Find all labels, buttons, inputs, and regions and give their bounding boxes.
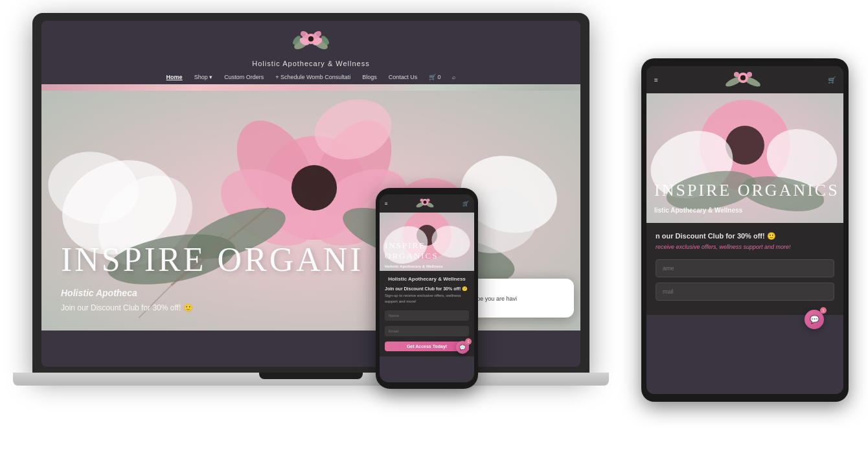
site-name: Holistic Apothecary & Wellness [41,60,580,67]
laptop-notch [259,373,363,379]
phone-discount-sub: Sign-up to receive exclusive offers, wel… [385,293,469,304]
site-header: Holistic Apothecary & Wellness [41,21,580,70]
nav-schedule[interactable]: + Schedule Womb Consultati [275,74,350,80]
phone-hero: INSPIRE ORGANICS Holistic Apothecary & W… [380,213,474,271]
tablet-name-input[interactable] [656,259,834,277]
tablet-discount-sub: receive exclusive offers, wellness suppo… [656,243,834,251]
tablet-device: ≡ 🛒 [641,58,849,402]
site-logo [291,26,330,58]
tablet-discount-title: n our Discount Club for 30% off! 🙂 [656,232,834,240]
tablet-content: n our Discount Club for 30% off! 🙂 recei… [646,223,843,315]
svg-point-16 [262,136,366,240]
tablet-screen: ≡ 🛒 [646,66,843,394]
tablet-hamburger-icon[interactable]: ≡ [654,76,658,84]
phone-hero-text: INSPIRE ORGANICS [385,240,474,261]
tablet-hero-text: INSPIRE ORGANICS [654,181,839,200]
main-scene: Holistic Apothecary & Wellness Home Shop… [0,0,868,464]
tablet-email-input[interactable] [656,283,834,301]
svg-point-30 [308,91,398,168]
phone-hamburger-icon[interactable]: ≡ [385,201,388,207]
tablet-nav: ≡ 🛒 [646,66,843,93]
tablet-hero-sub: listic Apothecary & Wellness [654,207,742,214]
tablet-logo [724,70,762,89]
phone-email-input[interactable] [385,326,469,336]
phone-shell: ≡ 🛒 [376,188,478,389]
nav-search-icon[interactable]: ⌕ [452,74,455,80]
laptop-body: Holistic Apothecary & Wellness Home Shop… [32,13,589,376]
svg-point-17 [221,107,329,229]
svg-point-11 [316,31,321,36]
nav-custom-orders[interactable]: Custom Orders [224,74,264,80]
laptop-screen-bezel: Holistic Apothecary & Wellness Home Shop… [41,21,580,367]
tablet-shell: ≡ 🛒 [641,58,849,402]
phone-logo [415,197,435,210]
svg-point-53 [747,72,752,77]
svg-point-40 [424,201,427,204]
hero-subtext: Holistic Apotheca [61,288,137,298]
phone-shop-name: Holistic Apothecary & Wellness [385,276,469,283]
svg-point-42 [427,199,430,202]
phone-nav: ≡ 🛒 [380,194,474,213]
tablet-chat-badge: 1 [820,307,827,314]
svg-point-21 [291,165,337,211]
nav-contact[interactable]: Contact Us [389,74,418,80]
svg-point-52 [734,72,739,77]
hero-discount-text: Join our Discount Club for 30% off! 🙂 [61,303,193,312]
nav-blogs[interactable]: Blogs [362,74,377,80]
phone-device: ≡ 🛒 [376,188,478,389]
svg-point-41 [420,199,424,202]
svg-point-10 [301,31,306,36]
nav-shop[interactable]: Shop ▾ [194,74,213,80]
phone-discount-title: Join our Discount Club for 30% off! 🙂 [385,286,469,292]
nav-cart[interactable]: 🛒 0 [429,74,440,80]
site-nav[interactable]: Home Shop ▾ Custom Orders + Schedule Wom… [41,70,580,84]
svg-point-9 [308,36,314,41]
laptop-screen: Holistic Apothecary & Wellness Home Shop… [41,21,580,367]
phone-hero-sub: Holistic Apothecary & Wellness [385,264,443,268]
svg-point-14 [43,145,144,231]
tablet-cart-icon[interactable]: 🛒 [828,76,836,84]
laptop-hero: INSPIRE ORGANI Holistic Apotheca Join ou… [41,84,580,331]
phone-screen: ≡ 🛒 [380,194,474,382]
laptop-base [13,373,609,386]
nav-home[interactable]: Home [166,74,183,80]
hero-main-text: INSPIRE ORGANI [61,240,364,279]
phone-name-input[interactable] [385,310,469,321]
tablet-chat-button[interactable]: 💬 1 [805,310,824,329]
svg-point-51 [740,75,746,80]
laptop-device: Holistic Apothecary & Wellness Home Shop… [32,13,589,434]
tablet-hero: INSPIRE ORGANICS listic Apothecary & Wel… [646,93,843,223]
phone-cart-icon[interactable]: 🛒 [463,201,469,207]
